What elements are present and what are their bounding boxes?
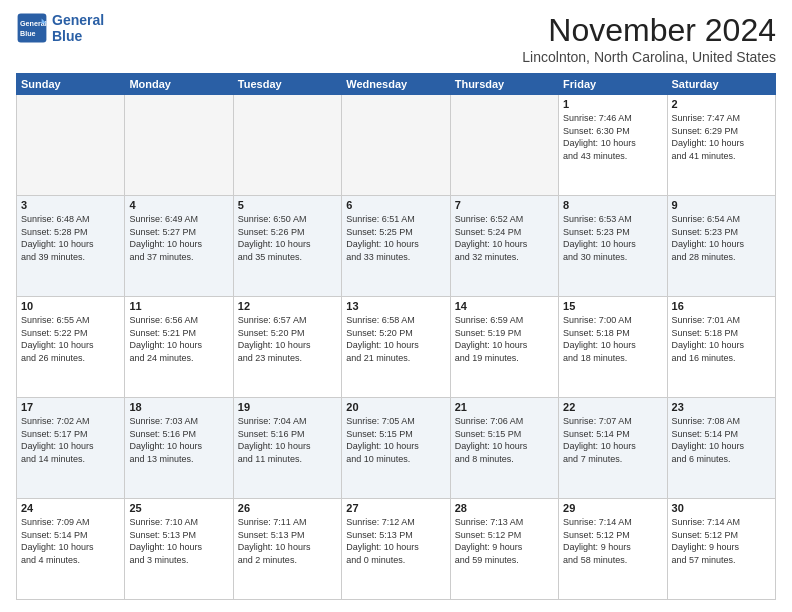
calendar-cell: 7Sunrise: 6:52 AM Sunset: 5:24 PM Daylig… [450,196,558,297]
day-info: Sunrise: 6:52 AM Sunset: 5:24 PM Dayligh… [455,213,554,263]
header: General Blue General Blue November 2024 … [16,12,776,65]
day-info: Sunrise: 7:06 AM Sunset: 5:15 PM Dayligh… [455,415,554,465]
calendar-cell: 20Sunrise: 7:05 AM Sunset: 5:15 PM Dayli… [342,398,450,499]
day-number: 4 [129,199,228,211]
day-number: 30 [672,502,771,514]
day-number: 27 [346,502,445,514]
day-number: 11 [129,300,228,312]
day-info: Sunrise: 7:14 AM Sunset: 5:12 PM Dayligh… [672,516,771,566]
day-info: Sunrise: 7:14 AM Sunset: 5:12 PM Dayligh… [563,516,662,566]
day-number: 10 [21,300,120,312]
day-info: Sunrise: 6:54 AM Sunset: 5:23 PM Dayligh… [672,213,771,263]
calendar-cell: 18Sunrise: 7:03 AM Sunset: 5:16 PM Dayli… [125,398,233,499]
day-number: 19 [238,401,337,413]
day-number: 15 [563,300,662,312]
day-number: 9 [672,199,771,211]
calendar-cell: 9Sunrise: 6:54 AM Sunset: 5:23 PM Daylig… [667,196,775,297]
day-number: 17 [21,401,120,413]
day-info: Sunrise: 7:13 AM Sunset: 5:12 PM Dayligh… [455,516,554,566]
svg-text:Blue: Blue [20,29,36,38]
calendar-cell: 25Sunrise: 7:10 AM Sunset: 5:13 PM Dayli… [125,499,233,600]
day-info: Sunrise: 6:56 AM Sunset: 5:21 PM Dayligh… [129,314,228,364]
day-info: Sunrise: 7:11 AM Sunset: 5:13 PM Dayligh… [238,516,337,566]
col-wednesday: Wednesday [342,74,450,95]
day-info: Sunrise: 6:53 AM Sunset: 5:23 PM Dayligh… [563,213,662,263]
day-info: Sunrise: 7:01 AM Sunset: 5:18 PM Dayligh… [672,314,771,364]
day-number: 29 [563,502,662,514]
day-info: Sunrise: 7:09 AM Sunset: 5:14 PM Dayligh… [21,516,120,566]
day-number: 20 [346,401,445,413]
day-number: 26 [238,502,337,514]
col-saturday: Saturday [667,74,775,95]
calendar-cell: 13Sunrise: 6:58 AM Sunset: 5:20 PM Dayli… [342,297,450,398]
calendar-cell: 8Sunrise: 6:53 AM Sunset: 5:23 PM Daylig… [559,196,667,297]
location-title: Lincolnton, North Carolina, United State… [522,49,776,65]
logo-area: General Blue General Blue [16,12,104,44]
day-number: 28 [455,502,554,514]
calendar-cell: 3Sunrise: 6:48 AM Sunset: 5:28 PM Daylig… [17,196,125,297]
day-number: 22 [563,401,662,413]
calendar-cell [125,95,233,196]
day-number: 3 [21,199,120,211]
calendar-cell [342,95,450,196]
day-number: 24 [21,502,120,514]
calendar-cell [233,95,341,196]
day-number: 7 [455,199,554,211]
calendar-cell: 26Sunrise: 7:11 AM Sunset: 5:13 PM Dayli… [233,499,341,600]
calendar-cell: 24Sunrise: 7:09 AM Sunset: 5:14 PM Dayli… [17,499,125,600]
day-info: Sunrise: 7:47 AM Sunset: 6:29 PM Dayligh… [672,112,771,162]
calendar-cell: 27Sunrise: 7:12 AM Sunset: 5:13 PM Dayli… [342,499,450,600]
col-friday: Friday [559,74,667,95]
day-info: Sunrise: 7:07 AM Sunset: 5:14 PM Dayligh… [563,415,662,465]
calendar-cell: 2Sunrise: 7:47 AM Sunset: 6:29 PM Daylig… [667,95,775,196]
day-info: Sunrise: 7:02 AM Sunset: 5:17 PM Dayligh… [21,415,120,465]
day-info: Sunrise: 6:50 AM Sunset: 5:26 PM Dayligh… [238,213,337,263]
calendar-cell: 1Sunrise: 7:46 AM Sunset: 6:30 PM Daylig… [559,95,667,196]
calendar-table: Sunday Monday Tuesday Wednesday Thursday… [16,73,776,600]
day-number: 13 [346,300,445,312]
calendar-week-4: 17Sunrise: 7:02 AM Sunset: 5:17 PM Dayli… [17,398,776,499]
col-sunday: Sunday [17,74,125,95]
calendar-cell: 19Sunrise: 7:04 AM Sunset: 5:16 PM Dayli… [233,398,341,499]
calendar-cell [17,95,125,196]
day-number: 18 [129,401,228,413]
calendar-cell: 30Sunrise: 7:14 AM Sunset: 5:12 PM Dayli… [667,499,775,600]
calendar-week-5: 24Sunrise: 7:09 AM Sunset: 5:14 PM Dayli… [17,499,776,600]
day-number: 2 [672,98,771,110]
day-number: 5 [238,199,337,211]
day-number: 21 [455,401,554,413]
calendar-week-2: 3Sunrise: 6:48 AM Sunset: 5:28 PM Daylig… [17,196,776,297]
calendar-cell: 14Sunrise: 6:59 AM Sunset: 5:19 PM Dayli… [450,297,558,398]
day-info: Sunrise: 6:57 AM Sunset: 5:20 PM Dayligh… [238,314,337,364]
day-info: Sunrise: 7:04 AM Sunset: 5:16 PM Dayligh… [238,415,337,465]
day-info: Sunrise: 7:03 AM Sunset: 5:16 PM Dayligh… [129,415,228,465]
calendar-cell: 28Sunrise: 7:13 AM Sunset: 5:12 PM Dayli… [450,499,558,600]
calendar-cell: 4Sunrise: 6:49 AM Sunset: 5:27 PM Daylig… [125,196,233,297]
calendar-cell: 29Sunrise: 7:14 AM Sunset: 5:12 PM Dayli… [559,499,667,600]
day-number: 25 [129,502,228,514]
day-info: Sunrise: 6:49 AM Sunset: 5:27 PM Dayligh… [129,213,228,263]
col-tuesday: Tuesday [233,74,341,95]
day-number: 6 [346,199,445,211]
page: General Blue General Blue November 2024 … [0,0,792,612]
day-number: 14 [455,300,554,312]
title-area: November 2024 Lincolnton, North Carolina… [522,12,776,65]
calendar-cell: 12Sunrise: 6:57 AM Sunset: 5:20 PM Dayli… [233,297,341,398]
day-info: Sunrise: 7:00 AM Sunset: 5:18 PM Dayligh… [563,314,662,364]
day-info: Sunrise: 7:10 AM Sunset: 5:13 PM Dayligh… [129,516,228,566]
calendar-week-1: 1Sunrise: 7:46 AM Sunset: 6:30 PM Daylig… [17,95,776,196]
day-info: Sunrise: 6:51 AM Sunset: 5:25 PM Dayligh… [346,213,445,263]
day-info: Sunrise: 6:48 AM Sunset: 5:28 PM Dayligh… [21,213,120,263]
col-thursday: Thursday [450,74,558,95]
month-title: November 2024 [522,12,776,49]
day-info: Sunrise: 7:08 AM Sunset: 5:14 PM Dayligh… [672,415,771,465]
day-info: Sunrise: 7:46 AM Sunset: 6:30 PM Dayligh… [563,112,662,162]
day-info: Sunrise: 6:55 AM Sunset: 5:22 PM Dayligh… [21,314,120,364]
day-number: 23 [672,401,771,413]
day-info: Sunrise: 7:05 AM Sunset: 5:15 PM Dayligh… [346,415,445,465]
day-number: 1 [563,98,662,110]
calendar-week-3: 10Sunrise: 6:55 AM Sunset: 5:22 PM Dayli… [17,297,776,398]
logo-text: General Blue [52,12,104,44]
col-monday: Monday [125,74,233,95]
calendar-cell: 10Sunrise: 6:55 AM Sunset: 5:22 PM Dayli… [17,297,125,398]
